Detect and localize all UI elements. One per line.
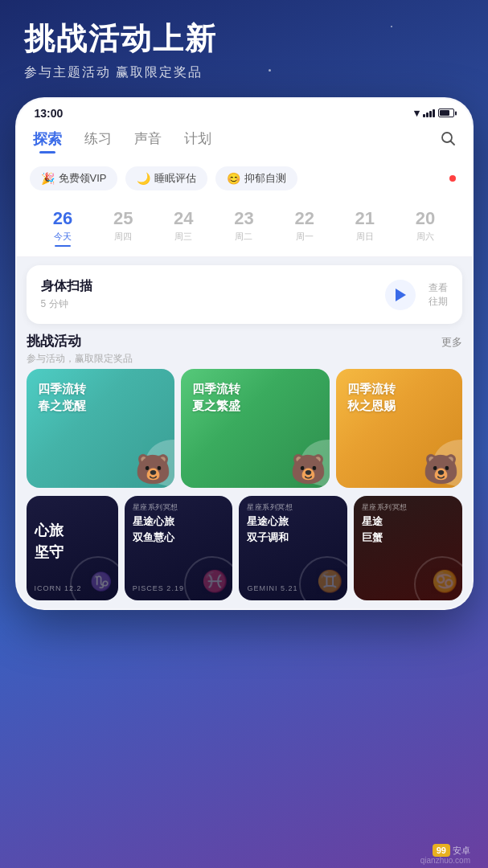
watermark-anzhuo: 安卓 xyxy=(453,845,470,857)
date-today[interactable]: 26 今天 xyxy=(33,208,93,247)
date-label-sat: 周六 xyxy=(416,231,434,243)
more-link[interactable]: 更多 xyxy=(441,335,462,350)
depression-emoji: 😊 xyxy=(227,172,240,185)
play-button[interactable] xyxy=(385,280,416,310)
search-icon[interactable] xyxy=(440,130,456,150)
signal-bars xyxy=(423,109,435,117)
tab-plan[interactable]: 计划 xyxy=(184,129,211,151)
date-num-24: 24 xyxy=(174,208,193,229)
zodiac-card-cancer[interactable]: 星座系列冥想 星途巨蟹 ♋ xyxy=(354,496,462,600)
date-thu[interactable]: 25 周四 xyxy=(93,208,154,243)
status-time: 13:00 xyxy=(35,107,64,120)
play-icon xyxy=(396,289,406,301)
signal-bar-1 xyxy=(423,114,425,117)
challenge-cards-row: 四季流转春之觉醒 🐻 四季流转夏之繁盛 🐻 xyxy=(27,369,462,488)
date-mon[interactable]: 22 周一 xyxy=(274,208,334,243)
scan-duration: 5 分钟 xyxy=(41,297,385,311)
tab-explore[interactable]: 探索 xyxy=(33,129,62,152)
watermark: 99 安卓 xyxy=(433,844,470,857)
date-label-wed: 周三 xyxy=(174,231,192,243)
signal-bar-3 xyxy=(429,111,432,117)
zodiac-capricorn-symbol: ♑ xyxy=(90,571,112,592)
date-strip: 26 今天 25 周四 24 周三 23 周二 22 周一 21 xyxy=(17,199,472,257)
challenge-section: 挑战活动 参与活动，赢取限定奖品 更多 四季流转春之觉醒 🐻 xyxy=(17,332,472,608)
zodiac-cards-row: 心旅坚守 ICORN 12.2 ♑ 星座系列冥想 星途心旅双鱼慧心 PISCES… xyxy=(27,496,462,608)
date-label-mon: 周一 xyxy=(296,231,314,243)
card-summer-text: 四季流转夏之繁盛 xyxy=(192,380,240,414)
signal-bar-4 xyxy=(433,109,435,117)
nav-tabs: 探索 练习 声音 计划 xyxy=(17,125,472,160)
watermark-site: qianzhuo.com xyxy=(420,856,470,865)
tab-practice[interactable]: 练习 xyxy=(84,129,112,151)
zodiac-capricorn-sub: ICORN 12.2 xyxy=(35,584,82,592)
pill-sleep[interactable]: 🌙 睡眠评估 xyxy=(125,166,207,190)
zodiac-cancer-symbol: ♋ xyxy=(432,569,457,594)
scan-section: 身体扫描 5 分钟 查看往期 xyxy=(27,265,462,324)
signal-bar-2 xyxy=(426,113,429,117)
zodiac-card-gemini[interactable]: 星座系列冥想 星途心旅双子调和 GEMINI 5.21 ♊ xyxy=(239,496,347,600)
zodiac-capricorn-text: 心旅坚守 xyxy=(35,520,64,563)
zodiac-pisces-symbol: ♓ xyxy=(202,569,228,594)
pill-vip-label: 免费领VIP xyxy=(59,171,107,186)
date-active-indicator xyxy=(55,245,71,247)
date-label-sun: 周日 xyxy=(356,231,374,243)
hero-section: 挑战活动上新 参与主题活动 赢取限定奖品 xyxy=(0,0,488,97)
phone-frame: 13:00 ▾ 探索 练习 声音 计划 xyxy=(15,97,474,610)
zodiac-pisces-sub: PISCES 2.19 xyxy=(133,584,184,592)
zodiac-pisces-top: 星座系列冥想 xyxy=(133,502,178,513)
challenge-card-spring[interactable]: 四季流转春之觉醒 🐻 xyxy=(27,369,175,488)
challenge-subtitle: 参与活动，赢取限定奖品 xyxy=(27,352,133,366)
challenge-title: 挑战活动 xyxy=(27,332,133,350)
hero-subtitle: 参与主题活动 赢取限定奖品 xyxy=(24,64,464,81)
battery-fill xyxy=(440,110,449,116)
zodiac-card-pisces[interactable]: 星座系列冥想 星途心旅双鱼慧心 PISCES 2.19 ♓ xyxy=(125,496,233,600)
challenge-header: 挑战活动 参与活动，赢取限定奖品 更多 xyxy=(27,332,462,366)
card-spring-text: 四季流转春之觉醒 xyxy=(38,380,86,414)
svg-line-1 xyxy=(450,141,454,145)
bear-spring: 🐻 xyxy=(118,436,174,488)
pill-depression-label: 抑郁自测 xyxy=(244,171,286,186)
date-sat[interactable]: 20 周六 xyxy=(395,208,455,243)
challenge-title-group: 挑战活动 参与活动，赢取限定奖品 xyxy=(27,332,133,366)
date-label-today: 今天 xyxy=(54,231,72,243)
date-num-23: 23 xyxy=(234,208,253,229)
status-bar: 13:00 ▾ xyxy=(17,99,472,125)
date-wed[interactable]: 24 周三 xyxy=(154,208,214,243)
zodiac-card-capricorn[interactable]: 心旅坚守 ICORN 12.2 ♑ xyxy=(27,496,118,600)
date-num-21: 21 xyxy=(355,208,375,229)
bear-autumn: 🐻 xyxy=(406,436,462,488)
pill-depression[interactable]: 😊 抑郁自测 xyxy=(215,166,297,190)
zodiac-gemini-sub: GEMINI 5.21 xyxy=(247,584,297,592)
wifi-icon: ▾ xyxy=(414,107,420,119)
zodiac-pisces-text: 星途心旅双鱼慧心 xyxy=(133,514,174,545)
date-num-26: 26 xyxy=(53,208,72,229)
date-tue[interactable]: 23 周二 xyxy=(214,208,274,243)
challenge-card-autumn[interactable]: 四季流转秋之恩赐 🐻 xyxy=(336,369,462,488)
zodiac-gemini-text: 星途心旅双子调和 xyxy=(247,514,289,545)
tab-sound[interactable]: 声音 xyxy=(134,129,162,151)
battery-icon xyxy=(438,108,454,117)
notification-dot xyxy=(449,175,456,182)
scan-title: 身体扫描 xyxy=(41,278,385,295)
vip-emoji: 🎉 xyxy=(41,172,55,185)
card-autumn-text: 四季流转秋之恩赐 xyxy=(347,380,396,414)
hero-title: 挑战活动上新 xyxy=(24,23,464,56)
date-label-thu: 周四 xyxy=(114,231,132,243)
date-num-22: 22 xyxy=(294,208,314,229)
status-icons: ▾ xyxy=(414,107,454,119)
date-label-tue: 周二 xyxy=(235,231,252,243)
scan-history-text: 查看往期 xyxy=(429,281,448,309)
date-sun[interactable]: 21 周日 xyxy=(334,208,395,243)
zodiac-cancer-text: 星途巨蟹 xyxy=(362,514,383,545)
date-num-25: 25 xyxy=(113,208,133,229)
challenge-card-summer[interactable]: 四季流转夏之繁盛 🐻 xyxy=(181,369,330,488)
scan-history[interactable]: 查看往期 xyxy=(429,281,448,309)
pill-row: 🎉 免费领VIP 🌙 睡眠评估 😊 抑郁自测 xyxy=(17,160,472,199)
watermark-badge: 99 xyxy=(433,844,450,857)
bear-summer: 🐻 xyxy=(273,436,330,488)
date-num-20: 20 xyxy=(416,208,435,229)
zodiac-gemini-top: 星座系列冥想 xyxy=(247,502,293,513)
pill-sleep-label: 睡眠评估 xyxy=(154,171,196,186)
pill-vip[interactable]: 🎉 免费领VIP xyxy=(30,166,118,190)
sleep-emoji: 🌙 xyxy=(137,172,150,185)
